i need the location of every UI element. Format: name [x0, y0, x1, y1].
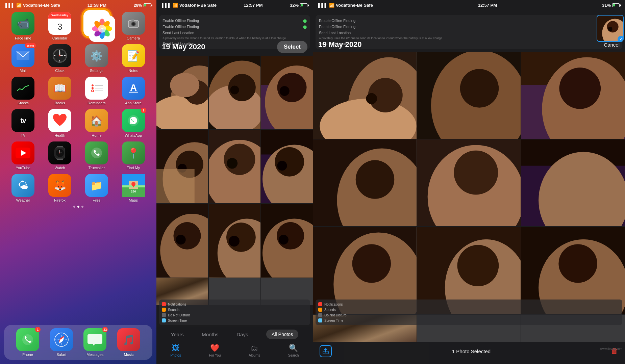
app-whatsapp[interactable]: 2 WhatsApp: [117, 109, 150, 137]
photo-cell-1[interactable]: [156, 56, 208, 129]
photo-cell-6[interactable]: [261, 130, 313, 204]
app-youtube[interactable]: YouTube: [7, 141, 40, 170]
appstore-label: App Store: [125, 101, 142, 105]
search-tab-label-m: Search: [288, 354, 299, 357]
music-label: Music: [124, 353, 134, 357]
days-btn[interactable]: Days: [236, 332, 248, 337]
firefox-label: Firefox: [54, 198, 66, 202]
app-reminders[interactable]: Reminders: [80, 77, 113, 105]
photo-r4-img: [313, 139, 417, 227]
photo-cell-2[interactable]: [209, 56, 260, 129]
photo-r-5[interactable]: [417, 139, 521, 227]
app-home[interactable]: 🏠 Home: [80, 109, 113, 137]
select-button-m[interactable]: Select: [277, 41, 307, 53]
svg-rect-41: [57, 159, 63, 160]
app-photos[interactable]: Photos: [80, 12, 113, 40]
battery-icon: [144, 3, 151, 7]
photo-r1-img: [313, 52, 417, 139]
home-status-bar: ▌▌▌ 📶 Vodafone-Be Safe 12:58 PM 28%: [0, 0, 156, 9]
photo-r-3[interactable]: [521, 52, 625, 139]
app-books[interactable]: 📖 Books: [44, 77, 76, 105]
notif-label-r-3: Do Not Disturb: [324, 313, 347, 317]
share-button[interactable]: [320, 345, 332, 357]
svg-point-91: [277, 161, 287, 171]
months-btn[interactable]: Months: [202, 332, 218, 337]
app-maps[interactable]: 280 Maps: [117, 174, 150, 202]
dock-safari[interactable]: Safari: [50, 328, 73, 357]
battery-icon-m: [300, 3, 307, 7]
svg-rect-15: [131, 19, 134, 21]
app-tv[interactable]: tv TV: [7, 109, 40, 137]
app-health[interactable]: Health: [44, 109, 76, 137]
years-btn[interactable]: Years: [171, 332, 184, 337]
svg-point-90: [275, 147, 304, 176]
photos-bottom-bar-m: 🖼 Photos ❤️ For You 🗂 Albums 🔍 Search: [156, 342, 313, 364]
app-notes[interactable]: 📝 Notes: [117, 44, 150, 73]
settings-row2-label: Enable Offline Finding: [162, 25, 199, 29]
all-photos-btn[interactable]: All Photos: [266, 330, 298, 339]
battery-percent: 28%: [134, 3, 142, 8]
photo-5: [209, 130, 260, 204]
app-stocks[interactable]: Stocks: [7, 77, 40, 105]
signal-icon-r: ▌▌▌: [318, 3, 328, 8]
mail-label: Mail: [20, 69, 26, 73]
app-watch[interactable]: Watch: [44, 141, 76, 170]
svg-text:280: 280: [131, 190, 136, 193]
settings-label: Settings: [90, 69, 103, 73]
app-clock[interactable]: Clock: [44, 44, 76, 73]
notif-row-r-3: Do Not Disturb: [318, 312, 620, 318]
notif-row-r-1: Notifications: [318, 302, 620, 307]
notif-label-r-2: Sounds: [324, 308, 336, 312]
facetime-icon: 📹: [11, 12, 34, 35]
svg-point-112: [366, 93, 377, 104]
app-facetime[interactable]: 📹 FaceTime: [7, 12, 40, 40]
page-dot-2: [77, 206, 79, 208]
dock: 1 Phone Safari 22: [4, 325, 152, 360]
health-label: Health: [54, 133, 65, 137]
phone-icon: 1: [16, 328, 39, 351]
photo-r-2[interactable]: [417, 52, 521, 139]
tab-search-m[interactable]: 🔍 Search: [288, 344, 299, 357]
svg-point-115: [460, 69, 498, 107]
cancel-button-r[interactable]: Cancel: [604, 42, 620, 48]
photo-cell-5[interactable]: [209, 130, 260, 204]
settings-row-r3: Send Last Location: [319, 30, 619, 36]
photo-r-6[interactable]: [521, 139, 625, 227]
notif-row-r-4: Screen Time: [318, 318, 620, 323]
photos-date-m: 19 May 2020: [162, 43, 205, 51]
app-settings[interactable]: ⚙️ Settings: [80, 44, 113, 73]
app-camera[interactable]: Camera: [117, 12, 150, 40]
app-mail[interactable]: 18,956 Mail: [7, 44, 40, 73]
app-findmy[interactable]: 📍 Find My: [117, 141, 150, 170]
app-appstore[interactable]: A App Store: [117, 77, 150, 105]
dock-phone[interactable]: 1 Phone: [16, 328, 39, 357]
photo-1: [156, 56, 208, 129]
app-firefox[interactable]: 🦊 Firefox: [44, 174, 76, 202]
svg-point-131: [352, 244, 391, 283]
tab-albums-m[interactable]: 🗂 Albums: [249, 344, 260, 357]
app-files[interactable]: 📁 Files: [80, 174, 113, 202]
photo-cell-9[interactable]: [261, 204, 313, 278]
photo-cell-3[interactable]: [261, 56, 313, 129]
notif-label-2: Sounds: [168, 308, 179, 312]
clock-icon: [48, 44, 71, 67]
app-calendar[interactable]: Wednesday 3 Calendar: [44, 12, 76, 40]
foryou-tab-label-m: For You: [209, 354, 221, 357]
photo-r-1[interactable]: [313, 52, 417, 139]
youtube-label: YouTube: [16, 166, 30, 170]
photo-cell-4[interactable]: [156, 130, 208, 204]
app-truecaller[interactable]: Truecaller: [80, 141, 113, 170]
svg-point-77: [280, 86, 290, 96]
photo-cell-7[interactable]: [156, 204, 208, 278]
dock-music[interactable]: 🎵 Music: [117, 328, 140, 357]
photo-r-4[interactable]: [313, 139, 417, 227]
tab-foryou-m[interactable]: ❤️ For You: [209, 344, 221, 357]
watch-icon: [48, 141, 71, 164]
app-weather[interactable]: 🌤 Weather: [7, 174, 40, 202]
photo-cell-8[interactable]: [209, 204, 260, 278]
tab-photos-m[interactable]: 🖼 Photos: [171, 344, 181, 357]
photos-right-header: 19 May 2020 Cancel: [313, 39, 625, 52]
notif-row-notifications: Notifications: [162, 302, 307, 307]
mail-icon: 18,956: [11, 44, 34, 67]
dock-messages[interactable]: 22 Messages: [83, 328, 106, 357]
